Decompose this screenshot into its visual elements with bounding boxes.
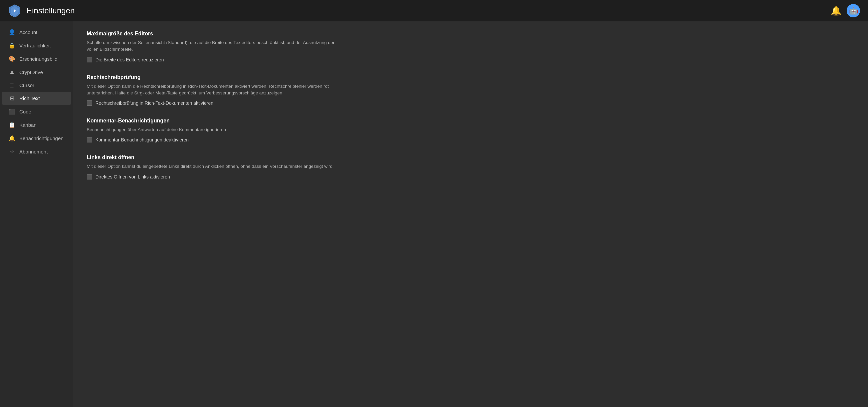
checkbox-links[interactable] xyxy=(87,174,92,179)
sidebar-item-benachrichtigungen[interactable]: 🔔 Benachrichtigungen xyxy=(2,132,71,145)
account-icon: 👤 xyxy=(9,29,16,35)
section-title-kommentar: Kommentar-Benachrichtigungen xyxy=(87,118,855,124)
checkbox-maximalgroesse[interactable] xyxy=(87,57,92,62)
sidebar-label-abonnement: Abonnement xyxy=(19,149,48,154)
richtext-icon: ⊟ xyxy=(9,95,16,101)
section-title-maximalgroesse: Maximalgröße des Editors xyxy=(87,31,855,37)
sidebar-label-cryptdrive: CryptDrive xyxy=(19,69,43,75)
sidebar-label-vertraulichkeit: Vertraulichkeit xyxy=(19,43,51,48)
section-desc-rechtschreibpruefung: Mit dieser Option kann die Rechtschreibp… xyxy=(87,83,340,97)
checkbox-row-kommentar: Kommentar-Benachrichtigungen deaktiviere… xyxy=(87,137,855,142)
drive-icon: 🖫 xyxy=(9,69,16,75)
kanban-icon: 📋 xyxy=(9,122,16,128)
sidebar-label-cursor: Cursor xyxy=(19,82,34,88)
checkbox-label-rechtschreibpruefung[interactable]: Rechtschreibprüfung in Rich-Text-Dokumen… xyxy=(95,100,213,106)
sidebar-item-richtext[interactable]: ⊟ Rich Text xyxy=(2,92,71,105)
sidebar-label-code: Code xyxy=(19,109,31,114)
lock-icon: 🔒 xyxy=(9,42,16,49)
star-icon: ☆ xyxy=(9,148,16,155)
sidebar-item-kanban[interactable]: 📋 Kanban xyxy=(2,118,71,132)
section-kommentar: Kommentar-Benachrichtigungen Benachricht… xyxy=(87,118,855,142)
checkbox-row-links: Direktes Öffnen von Links aktivieren xyxy=(87,174,855,179)
checkbox-label-kommentar[interactable]: Kommentar-Benachrichtigungen deaktiviere… xyxy=(95,137,189,142)
sidebar-label-kanban: Kanban xyxy=(19,122,37,128)
checkbox-label-maximalgroesse[interactable]: Die Breite des Editors reduzieren xyxy=(95,57,164,62)
sidebar-item-cursor[interactable]: ⌶ Cursor xyxy=(2,79,71,91)
section-title-links: Links direkt öffnen xyxy=(87,154,855,161)
settings-sidebar: 👤 Account 🔒 Vertraulichkeit 🎨 Erscheinun… xyxy=(0,21,73,407)
notification-bell-icon[interactable]: 🔔 xyxy=(831,6,841,16)
palette-icon: 🎨 xyxy=(9,56,16,62)
page-title: Einstellungen xyxy=(27,6,831,16)
section-title-rechtschreibpruefung: Rechtschreibprüfung xyxy=(87,75,855,80)
bell-sidebar-icon: 🔔 xyxy=(9,135,16,141)
checkbox-row-rechtschreibpruefung: Rechtschreibprüfung in Rich-Text-Dokumen… xyxy=(87,100,855,106)
section-desc-maximalgroesse: Schalte um zwischen der Seitenansicht (S… xyxy=(87,39,340,53)
cursor-icon: ⌶ xyxy=(9,82,16,88)
section-desc-kommentar: Benachrichtigungen über Antworten auf de… xyxy=(87,126,340,133)
sidebar-label-benachrichtigungen: Benachrichtigungen xyxy=(19,136,64,141)
checkbox-label-links[interactable]: Direktes Öffnen von Links aktivieren xyxy=(95,174,170,179)
sidebar-item-vertraulichkeit[interactable]: 🔒 Vertraulichkeit xyxy=(2,39,71,52)
section-maximalgroesse: Maximalgröße des Editors Schalte um zwis… xyxy=(87,31,855,62)
sidebar-item-cryptdrive[interactable]: 🖫 CryptDrive xyxy=(2,66,71,78)
svg-text:✦: ✦ xyxy=(13,8,17,14)
sidebar-label-account: Account xyxy=(19,29,37,35)
code-icon: ⬛ xyxy=(9,109,16,115)
checkbox-rechtschreibpruefung[interactable] xyxy=(87,100,92,106)
section-rechtschreibpruefung: Rechtschreibprüfung Mit dieser Option ka… xyxy=(87,75,855,106)
section-desc-links: Mit dieser Option kannst du eingebettete… xyxy=(87,163,340,170)
sidebar-item-abonnement[interactable]: ☆ Abonnement xyxy=(2,145,71,158)
sidebar-item-code[interactable]: ⬛ Code xyxy=(2,105,71,118)
section-links: Links direkt öffnen Mit dieser Option ka… xyxy=(87,154,855,179)
checkbox-kommentar[interactable] xyxy=(87,137,92,142)
sidebar-label-erscheinungsbild: Erscheinungsbild xyxy=(19,56,57,62)
main-layout: 👤 Account 🔒 Vertraulichkeit 🎨 Erscheinun… xyxy=(0,21,868,407)
user-avatar[interactable]: 🤖 xyxy=(847,4,860,17)
sidebar-label-richtext: Rich Text xyxy=(19,95,40,101)
app-logo: ✦ xyxy=(8,4,21,17)
sidebar-item-account[interactable]: 👤 Account xyxy=(2,26,71,39)
settings-content: Maximalgröße des Editors Schalte um zwis… xyxy=(73,21,868,407)
sidebar-item-erscheinungsbild[interactable]: 🎨 Erscheinungsbild xyxy=(2,52,71,65)
checkbox-row-maximalgroesse: Die Breite des Editors reduzieren xyxy=(87,57,855,62)
header-actions: 🔔 🤖 xyxy=(831,4,860,17)
app-header: ✦ Einstellungen 🔔 🤖 xyxy=(0,0,868,21)
